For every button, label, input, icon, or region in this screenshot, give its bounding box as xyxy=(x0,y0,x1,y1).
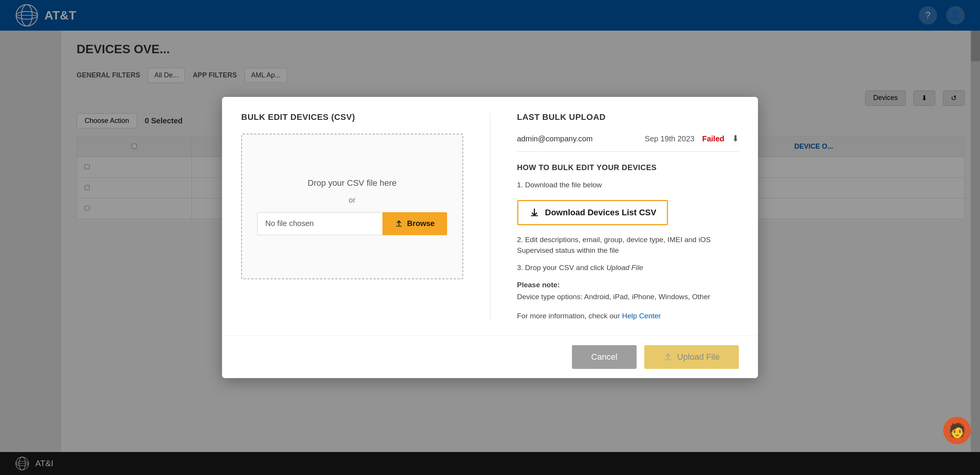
please-note-label: Please note: xyxy=(517,281,560,289)
upload-icon xyxy=(395,219,403,228)
chat-bubble-icon: 🧑 xyxy=(949,423,966,439)
drop-zone-text: Drop your CSV file here xyxy=(308,178,397,188)
bulk-edit-modal: BULK EDIT DEVICES (CSV) Drop your CSV fi… xyxy=(222,97,758,378)
please-note-text: Device type options: Android, iPad, iPho… xyxy=(517,293,710,301)
modal-right-panel: LAST BULK UPLOAD admin@company.com Sep 1… xyxy=(517,112,739,320)
download-csv-button[interactable]: Download Devices List CSV xyxy=(517,200,668,225)
modal-body: BULK EDIT DEVICES (CSV) Drop your CSV fi… xyxy=(222,97,758,336)
modal-overlay: BULK EDIT DEVICES (CSV) Drop your CSV fi… xyxy=(0,0,980,475)
step3-italic: Upload File xyxy=(606,264,643,272)
last-upload-section: LAST BULK UPLOAD admin@company.com Sep 1… xyxy=(517,112,739,152)
or-text: or xyxy=(349,196,356,205)
modal-divider xyxy=(490,112,490,320)
help-center-prefix: For more information, check our xyxy=(517,312,622,320)
download-csv-label: Download Devices List CSV xyxy=(545,208,657,218)
upload-date: Sep 19th 2023 xyxy=(645,134,694,143)
svg-rect-10 xyxy=(665,359,671,360)
modal-footer: Cancel Upload File xyxy=(222,336,758,378)
help-center-row: For more information, check our Help Cen… xyxy=(517,312,739,320)
browse-button[interactable]: Browse xyxy=(382,212,447,235)
file-name-display: No file chosen xyxy=(257,212,382,235)
chat-bubble-button[interactable]: 🧑 xyxy=(943,417,971,444)
file-input-row: No file chosen Browse xyxy=(257,212,447,235)
how-to-step-3: 3. Drop your CSV and click Upload File xyxy=(517,262,739,274)
last-upload-title: LAST BULK UPLOAD xyxy=(517,112,739,122)
how-to-step-2: 2. Edit descriptions, email, group, devi… xyxy=(517,234,739,256)
svg-rect-8 xyxy=(396,226,402,226)
upload-file-icon xyxy=(663,352,673,362)
csv-drop-zone[interactable]: Drop your CSV file here or No file chose… xyxy=(241,134,463,279)
please-note: Please note: Device type options: Androi… xyxy=(517,279,739,303)
svg-rect-9 xyxy=(531,215,538,216)
how-to-title: HOW TO BULK EDIT YOUR DEVICES xyxy=(517,163,739,172)
how-to-section: HOW TO BULK EDIT YOUR DEVICES 1. Downloa… xyxy=(517,163,739,320)
upload-file-button[interactable]: Upload File xyxy=(644,345,739,369)
upload-status-badge: Failed xyxy=(702,134,724,143)
download-csv-icon xyxy=(529,207,540,218)
download-report-icon[interactable]: ⬇ xyxy=(732,134,739,144)
modal-left-panel: BULK EDIT DEVICES (CSV) Drop your CSV fi… xyxy=(241,112,463,320)
modal-left-title: BULK EDIT DEVICES (CSV) xyxy=(241,112,463,122)
last-upload-info: admin@company.com Sep 19th 2023 Failed ⬇ xyxy=(517,134,739,144)
how-to-step-1: 1. Download the file below xyxy=(517,180,739,191)
upload-file-label: Upload File xyxy=(677,352,720,362)
cancel-button[interactable]: Cancel xyxy=(572,345,636,369)
upload-email: admin@company.com xyxy=(517,134,637,143)
help-center-link[interactable]: Help Center xyxy=(622,312,661,320)
